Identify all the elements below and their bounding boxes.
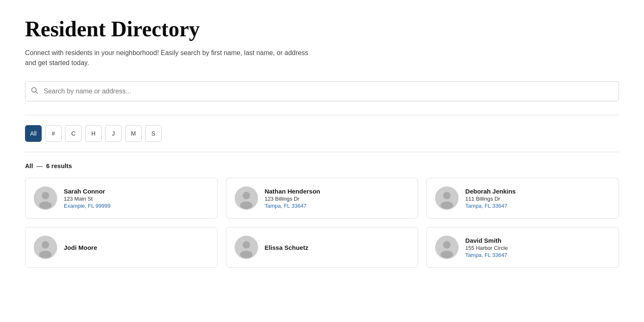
results-count: 6 results — [46, 162, 72, 169]
resident-name: David Smith — [465, 237, 508, 244]
resident-info: Sarah Connor123 Main StExample, FL 99999 — [64, 188, 110, 209]
resident-info: Deborah Jenkins111 Billings DrTampa, FL … — [465, 188, 516, 209]
avatar — [34, 186, 57, 210]
filter-btn-m[interactable]: M — [125, 125, 142, 142]
page-subtitle: Connect with residents in your neighborh… — [25, 48, 317, 68]
resident-card[interactable]: Nathan Henderson123 Billings DrTampa, FL… — [226, 178, 418, 219]
search-container — [25, 81, 619, 101]
resident-card[interactable]: Elissa Schuetz — [226, 227, 418, 268]
svg-point-3 — [42, 192, 49, 199]
bottom-divider — [25, 152, 619, 152]
page-title: Resident Directory — [25, 17, 619, 41]
resident-card[interactable]: David Smith155 Harbor CircleTampa, FL 33… — [426, 227, 619, 268]
avatar — [34, 236, 57, 259]
resident-name: Nathan Henderson — [265, 188, 320, 195]
resident-card[interactable]: Jodi Moore — [25, 227, 218, 268]
svg-point-16 — [240, 251, 253, 258]
resident-street: 155 Harbor Circle — [465, 245, 508, 251]
search-icon — [31, 87, 38, 96]
resident-city: Tampa, FL 33647 — [465, 203, 516, 209]
svg-point-10 — [441, 201, 453, 209]
avatar — [435, 236, 459, 259]
resident-city: Example, FL 99999 — [64, 203, 110, 209]
resident-name: Deborah Jenkins — [465, 188, 516, 195]
svg-point-6 — [243, 192, 250, 199]
filter-btn-s[interactable]: S — [145, 125, 162, 142]
filter-btn-all[interactable]: All — [25, 125, 42, 142]
svg-point-12 — [42, 241, 49, 249]
results-prefix: All — [25, 162, 33, 169]
resident-name: Jodi Moore — [64, 244, 97, 251]
resident-card[interactable]: Sarah Connor123 Main StExample, FL 99999 — [25, 178, 218, 219]
resident-name: Sarah Connor — [64, 188, 110, 195]
resident-street: 111 Billings Dr — [465, 196, 516, 202]
resident-street: 123 Main St — [64, 196, 110, 202]
resident-city: Tampa, FL 33647 — [265, 203, 320, 209]
search-input[interactable] — [25, 81, 619, 101]
svg-point-13 — [39, 251, 52, 258]
residents-grid: Sarah Connor123 Main StExample, FL 99999… — [25, 178, 619, 268]
filter-btn-c[interactable]: C — [65, 125, 82, 142]
svg-point-15 — [243, 241, 250, 249]
resident-info: David Smith155 Harbor CircleTampa, FL 33… — [465, 237, 508, 258]
resident-name: Elissa Schuetz — [265, 244, 308, 251]
resident-info: Jodi Moore — [64, 244, 97, 251]
svg-point-19 — [441, 251, 453, 258]
filter-bar: All#CHJMS — [25, 125, 619, 142]
page-container: Resident Directory Connect with resident… — [0, 0, 644, 284]
resident-card[interactable]: Deborah Jenkins111 Billings DrTampa, FL … — [426, 178, 619, 219]
avatar — [235, 236, 258, 259]
top-divider — [25, 115, 619, 115]
svg-point-7 — [240, 201, 253, 209]
svg-point-18 — [443, 241, 451, 249]
avatar — [435, 186, 459, 210]
results-label: All — 6 results — [25, 162, 619, 169]
resident-info: Nathan Henderson123 Billings DrTampa, FL… — [265, 188, 320, 209]
avatar — [235, 186, 258, 210]
svg-point-4 — [39, 201, 52, 209]
resident-city: Tampa, FL 33647 — [465, 252, 508, 258]
filter-btn-h[interactable]: H — [85, 125, 102, 142]
svg-point-9 — [443, 192, 451, 199]
resident-info: Elissa Schuetz — [265, 244, 308, 251]
resident-street: 123 Billings Dr — [265, 196, 320, 202]
filter-btn-#[interactable]: # — [45, 125, 62, 142]
filter-btn-j[interactable]: J — [105, 125, 122, 142]
svg-line-1 — [36, 92, 38, 94]
